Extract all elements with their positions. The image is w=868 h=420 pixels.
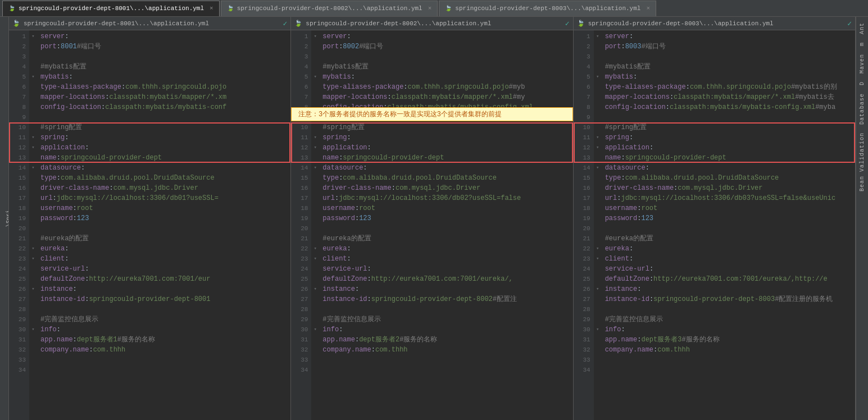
fold-icon-12[interactable]: ▾	[594, 143, 602, 153]
code-line-13: name: springcould-provider-dept	[40, 153, 290, 163]
code-line-5: mybatis:	[605, 72, 855, 82]
sidebar-bean-validation[interactable]: Bean Validation	[858, 129, 866, 195]
fold-icon-23[interactable]: ▾	[29, 254, 37, 264]
sidebar-ant[interactable]: Ant	[858, 19, 866, 38]
pane-1-code-content[interactable]: server: port: 8001 #端口号 #mybatis配置mybati…	[37, 30, 290, 420]
line-num-23: 23	[291, 254, 308, 264]
pane-1-code-area[interactable]: 1234567891011121314151617181920212223242…	[9, 30, 290, 420]
pane-1-file-icon: 🍃	[12, 20, 20, 27]
line-num-7: 7	[291, 92, 308, 102]
line-num-11: 11	[291, 133, 308, 143]
sidebar-d[interactable]: D	[858, 78, 866, 89]
code-line-10: #spring配置	[322, 122, 572, 133]
sidebar-m[interactable]: m	[858, 39, 866, 49]
fold-icon-12[interactable]: ▾	[29, 143, 37, 153]
fold-icon-18	[311, 203, 319, 213]
line-num-26: 26	[574, 284, 590, 294]
pane-2-checkmark: ✓	[565, 19, 570, 28]
fold-icon-30[interactable]: ▾	[594, 325, 602, 335]
fold-icon-26[interactable]: ▾	[29, 284, 37, 294]
fold-icon-17	[311, 193, 319, 203]
fold-icon-22[interactable]: ▾	[29, 244, 37, 254]
code-line-18: username: root	[40, 203, 290, 213]
editor-pane-1: 🍃 springcould-provider-dept-8001\...\app…	[9, 17, 291, 420]
fold-icon-19	[594, 213, 602, 223]
fold-icon-1[interactable]: ▾	[594, 31, 602, 42]
code-line-27: instance-id: springcould-provider-dept-8…	[322, 294, 572, 304]
sidebar-maven[interactable]: Maven	[858, 51, 866, 77]
fold-icon-23[interactable]: ▾	[311, 254, 319, 264]
line-num-10: 10	[291, 122, 308, 133]
tab-1-close[interactable]: ×	[210, 5, 213, 12]
line-num-6: 6	[291, 82, 308, 92]
line-num-32: 32	[291, 345, 308, 355]
fold-icon-30[interactable]: ▾	[311, 325, 319, 335]
fold-icon-12[interactable]: ▾	[311, 143, 319, 153]
line-num-5: 5	[291, 72, 308, 82]
line-num-2: 2	[291, 42, 308, 52]
tab-1[interactable]: 🍃 springcould-provider-dept-8001\...\app…	[2, 1, 220, 16]
fold-icon-5[interactable]: ▾	[29, 72, 37, 82]
code-line-14: datasource:	[40, 163, 290, 173]
fold-icon-5[interactable]: ▾	[311, 72, 319, 82]
sidebar-database[interactable]: Database	[858, 90, 866, 128]
fold-icon-22[interactable]: ▾	[594, 244, 602, 254]
code-line-22: eureka:	[605, 244, 855, 254]
fold-icon-1[interactable]: ▾	[311, 31, 319, 42]
code-line-7: mapper-locations: classpath:mybatis/mapp…	[40, 92, 290, 102]
fold-icon-8	[594, 102, 602, 112]
line-num-4: 4	[291, 62, 308, 72]
code-line-34	[40, 365, 290, 375]
pane-1-checkmark: ✓	[283, 19, 288, 28]
code-line-34	[322, 365, 572, 375]
fold-icon-26[interactable]: ▾	[594, 284, 602, 294]
line-num-34: 34	[9, 365, 26, 375]
fold-icon-11[interactable]: ▾	[594, 133, 602, 143]
pane-3-code-area[interactable]: 1234567891011121314151617181920212223242…	[574, 30, 855, 420]
code-line-25: defaultZone: http://eureka7001.com:7001/…	[40, 274, 290, 284]
fold-icon-23[interactable]: ▾	[594, 254, 602, 264]
fold-icon-7	[29, 92, 37, 102]
code-line-20	[322, 223, 572, 234]
fold-icon-14[interactable]: ▾	[311, 163, 319, 173]
tab-1-label: springcould-provider-dept-8001\...\appli…	[19, 5, 204, 12]
pane-3-code-content[interactable]: server: port: 8003 #端口号 #mybatis配置mybati…	[602, 30, 855, 420]
code-line-12: application:	[605, 143, 855, 153]
code-line-10: #spring配置	[40, 122, 290, 133]
fold-icon-5[interactable]: ▾	[594, 72, 602, 82]
tab-3[interactable]: 🍃 springcould-provider-dept-8003\...\app…	[439, 1, 656, 16]
fold-icon-11[interactable]: ▾	[311, 133, 319, 143]
editor-pane-3: 🍃 springcould-provider-dept-8003\...\app…	[574, 17, 856, 420]
fold-icon-13	[594, 153, 602, 163]
line-num-11: 11	[9, 133, 26, 143]
fold-icon-11[interactable]: ▾	[29, 133, 37, 143]
code-line-30: info:	[322, 325, 572, 335]
tab-2[interactable]: 🍃 springcould-provider-dept-8002\...\app…	[221, 1, 438, 16]
fold-icon-26[interactable]: ▾	[311, 284, 319, 294]
fold-icon-1[interactable]: ▾	[29, 31, 37, 42]
fold-icon-10	[29, 122, 37, 133]
line-num-14: 14	[291, 163, 308, 173]
pane-1-line-numbers: 1234567891011121314151617181920212223242…	[9, 30, 29, 420]
fold-icon-19	[311, 213, 319, 223]
fold-icon-22[interactable]: ▾	[311, 244, 319, 254]
tab-2-close[interactable]: ×	[428, 5, 432, 12]
line-num-19: 19	[9, 213, 26, 223]
pane-2-code-area[interactable]: 1234567891011121314151617181920212223242…	[291, 30, 572, 420]
fold-icon-14[interactable]: ▾	[29, 163, 37, 173]
fold-icon-14[interactable]: ▾	[594, 163, 602, 173]
line-num-22: 22	[574, 244, 590, 254]
tab-3-close[interactable]: ×	[646, 5, 650, 12]
fold-icon-6	[29, 82, 37, 92]
code-line-26: instance:	[322, 284, 572, 294]
line-num-23: 23	[574, 254, 590, 264]
fold-icon-3	[594, 52, 602, 62]
code-line-11: spring:	[322, 133, 572, 143]
line-num-34: 34	[291, 365, 308, 375]
fold-icon-30[interactable]: ▾	[29, 325, 37, 335]
pane-2-code-content[interactable]: server: port: 8002 #端口号 #mybatis配置mybati…	[319, 30, 572, 420]
code-line-21: #eureka的配置	[322, 234, 572, 244]
code-line-13: name: springcould-provider-dept	[322, 153, 572, 163]
fold-icon-8	[29, 102, 37, 112]
code-line-14: datasource:	[322, 163, 572, 173]
